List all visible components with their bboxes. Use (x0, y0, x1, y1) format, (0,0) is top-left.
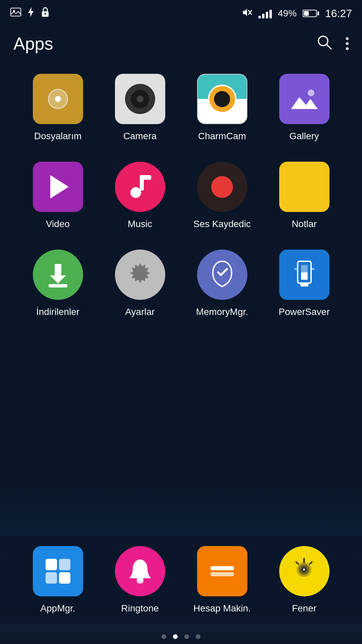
svg-point-8 (308, 90, 314, 96)
svg-rect-18 (301, 272, 308, 280)
page-title: Apps (13, 34, 53, 54)
svg-rect-11 (140, 175, 151, 180)
svg-point-3 (45, 13, 46, 15)
dosyalarim-icon (33, 74, 83, 124)
page-dot-2 (173, 634, 178, 639)
clock: 16:27 (325, 7, 352, 20)
app-item-indirilenler[interactable]: İndirilenler (20, 250, 96, 317)
appmgr-label: AppMgr. (40, 603, 75, 614)
fener-icon (279, 546, 329, 596)
page-indicators (0, 634, 362, 639)
svg-rect-16 (300, 283, 308, 286)
dosyalarim-label: Dosyalarım (34, 131, 82, 142)
svg-rect-22 (59, 559, 70, 570)
svg-rect-24 (59, 572, 70, 584)
more-dot-1 (346, 37, 349, 40)
bolt-icon (27, 6, 35, 20)
charmcam-icon (197, 74, 247, 124)
lock-icon (40, 6, 50, 20)
svg-rect-27 (210, 566, 234, 570)
search-button[interactable] (316, 34, 333, 54)
battery-percent: 49% (278, 8, 297, 19)
music-label: Music (128, 219, 152, 229)
music-icon (115, 162, 165, 212)
app-bar: Apps (0, 27, 362, 60)
app-item-memorymgr[interactable]: MemoryMgr. (184, 250, 260, 317)
bottom-apps-section: AppMgr. Ringtone (0, 536, 362, 624)
status-bar: 49% 16:27 (0, 0, 362, 27)
svg-rect-28 (210, 572, 234, 576)
app-item-dosyalarim[interactable]: Dosyalarım (20, 74, 96, 142)
page-dot-3 (184, 634, 189, 639)
more-dot-2 (346, 42, 349, 45)
ses-label: Ses Kaydedic (193, 219, 251, 229)
video-label: Video (46, 219, 70, 229)
status-right-icons: 49% 16:27 (240, 7, 352, 20)
app-item-charmcam[interactable]: CharmCam (184, 74, 260, 142)
app-item-hesap[interactable]: Hesap Makin. (184, 546, 260, 614)
app-item-video[interactable]: Video (20, 162, 96, 229)
svg-point-26 (137, 580, 143, 584)
image-icon (10, 6, 21, 20)
signal-bars (258, 8, 272, 18)
fener-label: Fener (292, 603, 316, 614)
svg-rect-21 (46, 559, 57, 570)
app-item-fener[interactable]: Fener (266, 546, 342, 614)
notlar-icon (279, 162, 329, 212)
app-item-gallery[interactable]: Gallery (266, 74, 342, 142)
app-item-camera[interactable]: Camera (102, 74, 178, 142)
powersaver-icon (279, 250, 329, 300)
charmcam-label: CharmCam (198, 131, 246, 142)
hesap-icon (197, 546, 247, 596)
gallery-label: Gallery (289, 131, 319, 142)
svg-rect-19 (294, 268, 298, 270)
powersaver-label: PowerSaver (279, 307, 330, 317)
more-options-button[interactable] (346, 37, 349, 50)
app-item-notlar[interactable]: Notlar (266, 162, 342, 229)
svg-line-7 (326, 44, 331, 49)
svg-rect-23 (46, 572, 57, 584)
mute-icon (240, 7, 252, 20)
page-dot-1 (162, 634, 166, 639)
svg-rect-13 (49, 284, 67, 287)
ses-icon (197, 162, 247, 212)
battery-icon (303, 10, 319, 17)
app-item-ses[interactable]: Ses Kaydedic (184, 162, 260, 229)
hesap-label: Hesap Makin. (193, 603, 251, 614)
app-item-ayarlar[interactable]: Ayarlar (102, 250, 178, 317)
indirilenler-label: İndirilenler (36, 307, 79, 317)
status-left-icons (10, 6, 50, 20)
svg-rect-20 (311, 268, 314, 270)
camera-label: Camera (123, 131, 157, 142)
svg-point-33 (303, 569, 305, 571)
bottom-apps-grid: AppMgr. Ringtone (20, 546, 342, 614)
memorymgr-label: MemoryMgr. (196, 307, 248, 317)
indirilenler-icon (33, 250, 83, 300)
app-item-ringtone[interactable]: Ringtone (102, 546, 178, 614)
memorymgr-icon (197, 250, 247, 300)
svg-rect-0 (11, 8, 21, 16)
appmgr-icon (33, 546, 83, 596)
app-item-appmgr[interactable]: AppMgr. (20, 546, 96, 614)
ringtone-icon (115, 546, 165, 596)
svg-point-9 (130, 187, 141, 198)
camera-icon (115, 74, 165, 124)
apps-grid: Dosyalarım Camera (20, 74, 342, 317)
gallery-icon (279, 74, 329, 124)
svg-rect-12 (55, 264, 61, 275)
app-item-music[interactable]: Music (102, 162, 178, 229)
ayarlar-icon (115, 250, 165, 300)
app-item-powersaver[interactable]: PowerSaver (266, 250, 342, 317)
more-dot-3 (346, 47, 349, 50)
page-dot-4 (196, 634, 200, 639)
app-bar-actions (316, 34, 349, 54)
ayarlar-label: Ayarlar (125, 307, 155, 317)
apps-grid-container: Dosyalarım Camera (0, 60, 362, 331)
video-icon (33, 162, 83, 212)
ringtone-label: Ringtone (121, 603, 159, 614)
notlar-label: Notlar (292, 219, 317, 229)
